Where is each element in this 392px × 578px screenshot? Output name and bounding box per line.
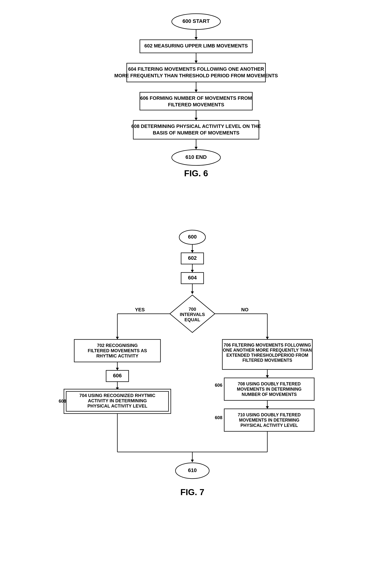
svg-text:606: 606 xyxy=(113,373,122,379)
svg-marker-33 xyxy=(191,270,194,273)
svg-marker-79 xyxy=(266,406,269,409)
svg-text:600 START: 600 START xyxy=(182,18,210,24)
svg-text:606 FORMING NUMBER OF MOVEMENT: 606 FORMING NUMBER OF MOVEMENTS FROM xyxy=(140,95,252,101)
svg-text:610: 610 xyxy=(188,467,197,473)
svg-text:PHYSICAL ACTIVITY LEVEL: PHYSICAL ACTIVITY LEVEL xyxy=(240,423,298,428)
fig7-diagram: 600 602 604 700 INTERVALS EQUAL YES NO xyxy=(46,227,346,578)
svg-text:710 USING DOUBLY FILTERED: 710 USING DOUBLY FILTERED xyxy=(238,412,301,417)
svg-marker-89 xyxy=(191,460,194,462)
svg-text:ACTIVITY IN DETERMINING: ACTIVITY IN DETERMINING xyxy=(88,398,147,403)
svg-text:FILTERED MOVEMENTS AS: FILTERED MOVEMENTS AS xyxy=(87,348,147,353)
svg-marker-65 xyxy=(266,337,269,339)
svg-text:700: 700 xyxy=(188,307,196,312)
svg-text:608 DETERMINING PHYSICAL ACTIV: 608 DETERMINING PHYSICAL ACTIVITY LEVEL … xyxy=(131,123,261,129)
svg-rect-18 xyxy=(133,120,259,139)
svg-rect-8 xyxy=(127,63,265,82)
svg-marker-12 xyxy=(195,90,198,92)
svg-text:RHYTMIC ACTIVITY: RHYTMIC ACTIVITY xyxy=(96,353,138,358)
svg-text:MOVEMENTS IN DETERMINING: MOVEMENTS IN DETERMINING xyxy=(237,387,302,391)
svg-text:FILTERED MOVEMENTS: FILTERED MOVEMENTS xyxy=(168,102,224,107)
svg-marker-72 xyxy=(266,375,269,378)
svg-text:YES: YES xyxy=(135,307,144,312)
svg-text:610 END: 610 END xyxy=(185,154,207,160)
svg-text:604 FILTERING MOVEMENTS FOLLOW: 604 FILTERING MOVEMENTS FOLLOWING ONE AN… xyxy=(128,66,264,72)
svg-text:BASIS OF NUMBER OF MOVEMENTS: BASIS OF NUMBER OF MOVEMENTS xyxy=(153,130,239,136)
svg-text:INTERVALS: INTERVALS xyxy=(180,312,205,317)
svg-text:FIG. 6: FIG. 6 xyxy=(184,168,208,178)
svg-marker-52 xyxy=(116,368,119,370)
svg-text:NO: NO xyxy=(241,307,248,312)
svg-text:604: 604 xyxy=(188,275,197,281)
svg-marker-37 xyxy=(191,291,194,294)
svg-text:702 RECOGNISING: 702 RECOGNISING xyxy=(97,343,138,348)
fig6-diagram: 600 START 602 MEASURING UPPER LIMB MOVEM… xyxy=(102,11,290,227)
svg-text:MORE FREQUENTLY THAN THRESHOLD: MORE FREQUENTLY THAN THRESHOLD PERIOD FR… xyxy=(114,73,278,78)
svg-text:600: 600 xyxy=(188,234,197,240)
svg-marker-7 xyxy=(195,61,198,63)
svg-text:NUMBER OF MOVEMENTS: NUMBER OF MOVEMENTS xyxy=(242,392,297,397)
svg-text:FIG. 7: FIG. 7 xyxy=(180,487,204,497)
svg-text:602 MEASURING UPPER LIMB MOVEM: 602 MEASURING UPPER LIMB MOVEMENTS xyxy=(144,43,248,48)
svg-text:EXTENDED THRESHOLDPERIOD FROM: EXTENDED THRESHOLDPERIOD FROM xyxy=(226,353,308,358)
svg-text:PHYSICAL ACTIVITY LEVEL: PHYSICAL ACTIVITY LEVEL xyxy=(87,403,147,408)
svg-text:MOVEMENTS IN DETERMING: MOVEMENTS IN DETERMING xyxy=(239,418,299,423)
svg-marker-29 xyxy=(191,250,194,253)
svg-text:EQUAL: EQUAL xyxy=(184,317,200,322)
svg-text:FILTERED MOVEMENTS: FILTERED MOVEMENTS xyxy=(242,358,292,363)
svg-marker-46 xyxy=(116,337,119,339)
svg-text:ONE ANOTHER MORE FREQUENTLY TH: ONE ANOTHER MORE FREQUENTLY THAN xyxy=(223,348,312,353)
svg-marker-17 xyxy=(195,118,198,120)
svg-marker-22 xyxy=(195,147,198,149)
svg-text:708 USING DOUBLY FILTERED: 708 USING DOUBLY FILTERED xyxy=(238,382,301,386)
svg-text:602: 602 xyxy=(188,255,197,261)
svg-text:608: 608 xyxy=(58,398,66,404)
svg-text:706 FILTERING MOVEMENTS FOLLOW: 706 FILTERING MOVEMENTS FOLLOWING xyxy=(224,343,311,347)
page: 600 START 602 MEASURING UPPER LIMB MOVEM… xyxy=(0,0,392,578)
svg-text:704 USING RECOGNIZED RHYTMIC: 704 USING RECOGNIZED RHYTMIC xyxy=(79,393,155,398)
svg-text:608: 608 xyxy=(215,415,222,420)
svg-text:606: 606 xyxy=(215,383,222,388)
svg-marker-3 xyxy=(195,37,198,40)
